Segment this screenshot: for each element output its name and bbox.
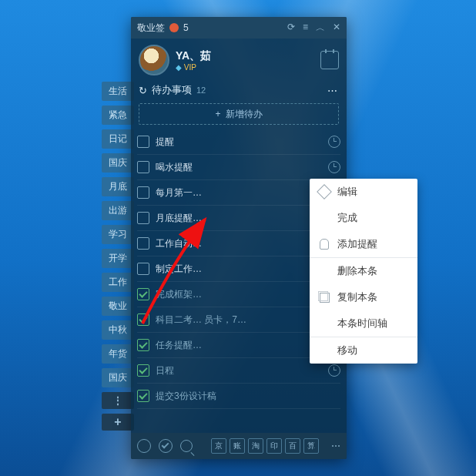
- tag-item[interactable]: 敬业: [102, 297, 134, 316]
- todo-row[interactable]: 提醒: [137, 129, 340, 155]
- tag-item[interactable]: 开学: [102, 249, 134, 268]
- bell-icon: [169, 23, 179, 32]
- context-menu-label: 复制本条: [337, 290, 377, 304]
- blank-icon: [319, 266, 330, 277]
- checkbox[interactable]: [137, 161, 149, 173]
- quick-link[interactable]: 百: [285, 438, 300, 454]
- quick-link[interactable]: 淘: [248, 438, 263, 454]
- blank-icon: [319, 318, 330, 329]
- checkbox[interactable]: [137, 263, 149, 275]
- context-menu-label: 编辑: [337, 185, 357, 199]
- add-tag-button[interactable]: +: [102, 414, 134, 431]
- profile-row: YA、茹 ◆ VIP: [131, 39, 347, 79]
- checkbox[interactable]: [137, 390, 149, 402]
- context-menu-label: 删除本条: [337, 264, 377, 278]
- add-todo-label: 新增待办: [226, 108, 263, 121]
- context-menu-item[interactable]: 删除本条: [310, 258, 417, 284]
- quick-link[interactable]: 算: [303, 438, 319, 454]
- todo-label: 提交3份设计稿: [156, 390, 340, 403]
- checkbox[interactable]: [137, 364, 149, 377]
- collapse-icon[interactable]: ︿: [316, 22, 325, 35]
- todo-label: 工作自动…: [156, 237, 323, 250]
- checkbox[interactable]: [137, 237, 149, 250]
- menu-icon[interactable]: ≡: [303, 22, 308, 35]
- tag-item[interactable]: 学习: [102, 225, 134, 244]
- todo-label: 任务提醒…: [156, 339, 323, 352]
- section-header: ↻ 待办事项 12 ⋯: [131, 79, 347, 102]
- section-more-icon[interactable]: ⋯: [327, 85, 339, 96]
- todo-label: 制定工作…: [156, 263, 323, 276]
- copy-icon: [319, 292, 330, 303]
- todo-label: 月底提醒…: [156, 212, 323, 225]
- tag-item[interactable]: 生活: [102, 82, 134, 101]
- close-icon[interactable]: ✕: [333, 22, 340, 35]
- checkbox[interactable]: [137, 136, 149, 148]
- completed-icon[interactable]: [159, 439, 173, 453]
- refresh-inline-icon[interactable]: ↻: [139, 85, 147, 96]
- search-icon[interactable]: [180, 440, 193, 452]
- checkbox[interactable]: [137, 339, 149, 351]
- tag-item[interactable]: 中秋: [102, 320, 134, 340]
- clock-icon: [328, 161, 340, 173]
- todo-label: 提醒: [156, 136, 323, 149]
- context-menu-label: 本条时间轴: [337, 317, 387, 330]
- avatar[interactable]: [139, 45, 169, 75]
- checkbox[interactable]: [137, 212, 149, 224]
- calendar-icon[interactable]: [320, 51, 339, 69]
- todo-row[interactable]: 喝水提醒: [137, 155, 340, 180]
- titlebar: 敬业签 5 ⟳ ≡ ︿ ✕: [131, 17, 347, 39]
- context-menu-item[interactable]: 完成: [310, 205, 417, 231]
- history-icon[interactable]: [137, 439, 151, 453]
- todo-label: 每月第一…: [156, 186, 323, 199]
- vip-badge: VIP: [184, 63, 196, 72]
- more-tags-button[interactable]: ⋮: [102, 392, 134, 409]
- quick-link[interactable]: 账: [230, 438, 245, 454]
- tag-item[interactable]: 紧急: [102, 106, 134, 125]
- context-menu-label: 完成: [337, 211, 357, 225]
- tag-item[interactable]: 日记: [102, 129, 134, 149]
- sync-icon[interactable]: ⟳: [287, 22, 295, 35]
- pencil-icon: [319, 186, 330, 197]
- blank-icon: [319, 345, 330, 356]
- context-menu-item[interactable]: 本条时间轴: [310, 310, 417, 337]
- tag-item[interactable]: 工作: [102, 273, 134, 292]
- context-menu-item[interactable]: 编辑: [310, 179, 417, 205]
- todo-label: 喝水提醒: [156, 161, 323, 174]
- checkbox[interactable]: [137, 313, 149, 326]
- context-menu-item[interactable]: 移动: [310, 337, 417, 364]
- checkbox[interactable]: [137, 186, 149, 199]
- tag-item[interactable]: 国庆: [102, 153, 134, 173]
- more-mini-icon[interactable]: ⋯: [331, 441, 340, 451]
- context-menu-label: 添加提醒: [337, 237, 377, 251]
- clock-icon: [328, 136, 340, 148]
- notification-count: 5: [183, 22, 189, 33]
- clock-icon: [328, 364, 340, 377]
- todo-row[interactable]: 提交3份设计稿: [137, 384, 340, 409]
- context-menu-label: 移动: [337, 344, 357, 357]
- section-title: 待办事项: [152, 83, 192, 97]
- todo-label: 日程: [156, 364, 323, 377]
- app-name: 敬业签: [137, 22, 165, 35]
- quick-link[interactable]: 京: [211, 438, 226, 454]
- tag-item[interactable]: 出游: [102, 201, 134, 220]
- section-count: 12: [196, 85, 206, 95]
- bell-icon: [319, 239, 330, 250]
- todo-label: 完成框架…: [156, 288, 323, 301]
- tag-item[interactable]: 年货: [102, 344, 134, 364]
- blank-icon: [319, 213, 330, 223]
- context-menu-item[interactable]: 复制本条: [310, 284, 417, 310]
- username: YA、茹: [176, 49, 211, 63]
- context-menu-item[interactable]: 添加提醒: [310, 231, 417, 257]
- add-todo-button[interactable]: 新增待办: [139, 103, 339, 125]
- category-tags: 生活紧急日记国庆月底出游学习开学工作敬业中秋年货国庆⋮+: [102, 82, 134, 431]
- checkbox[interactable]: [137, 288, 149, 300]
- context-menu: 编辑完成添加提醒删除本条复制本条本条时间轴移动: [310, 179, 417, 364]
- tag-item[interactable]: 国庆: [102, 368, 134, 387]
- desktop: 生活紧急日记国庆月底出游学习开学工作敬业中秋年货国庆⋮+ 敬业签 5 ⟳ ≡ ︿…: [0, 0, 476, 476]
- quick-link[interactable]: 印: [266, 438, 282, 454]
- tag-item[interactable]: 月底: [102, 177, 134, 196]
- bottom-bar: 京账淘印百算 ⋯: [131, 433, 347, 459]
